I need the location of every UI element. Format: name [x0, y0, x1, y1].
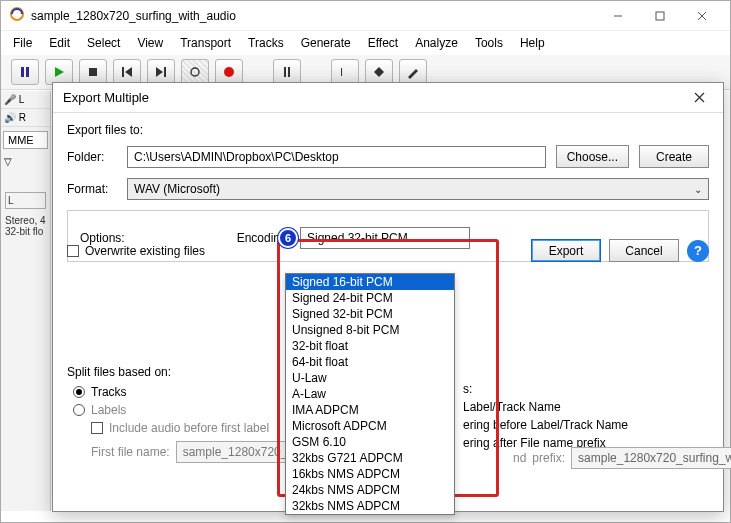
svg-marker-17	[374, 67, 384, 77]
svg-rect-15	[288, 67, 290, 77]
svg-marker-7	[55, 67, 64, 77]
menu-help[interactable]: Help	[512, 33, 553, 53]
encoding-option[interactable]: 16kbs NMS ADPCM	[286, 466, 454, 482]
track-depth: 32-bit flo	[5, 226, 46, 237]
encoding-option[interactable]: 32-bit float	[286, 338, 454, 354]
close-window-button[interactable]	[682, 4, 722, 28]
format-value: WAV (Microsoft)	[134, 182, 220, 196]
name-files-header: s:	[463, 382, 628, 396]
menubar: File Edit Select View Transport Tracks G…	[1, 31, 730, 55]
track-format: Stereo, 4	[5, 215, 46, 226]
encoding-option[interactable]: Microsoft ADPCM	[286, 418, 454, 434]
svg-text:I: I	[340, 66, 343, 78]
encoding-option[interactable]: IMA ADPCM	[286, 402, 454, 418]
format-select[interactable]: WAV (Microsoft) ⌄	[127, 178, 709, 200]
encoding-option[interactable]: Signed 24-bit PCM	[286, 290, 454, 306]
encoding-option[interactable]: Unsigned 8-bit PCM	[286, 322, 454, 338]
menu-transport[interactable]: Transport	[172, 33, 239, 53]
encoding-option[interactable]: 64-bit float	[286, 354, 454, 370]
include-audio-checkbox[interactable]	[91, 422, 103, 434]
encoding-option[interactable]: 24kbs NMS ADPCM	[286, 482, 454, 498]
encoding-option[interactable]: 32kbs NMS ADPCM	[286, 498, 454, 514]
menu-file[interactable]: File	[5, 33, 40, 53]
first-file-name-label: First file name:	[91, 445, 170, 459]
svg-rect-8	[89, 68, 97, 76]
l-indicator: L	[19, 94, 25, 105]
annotation-step-badge: 6	[278, 228, 298, 248]
l-box: L	[5, 192, 46, 209]
encoding-option[interactable]: Signed 16-bit PCM	[286, 274, 454, 290]
svg-rect-6	[26, 67, 29, 77]
name-opt-1: Label/Track Name	[463, 400, 628, 414]
window-title: sample_1280x720_surfing_with_audio	[31, 9, 236, 23]
mic-device-row[interactable]: 🎤 L	[1, 91, 50, 109]
speaker-device-row[interactable]: 🔊 R	[1, 109, 50, 127]
menu-analyze[interactable]: Analyze	[407, 33, 466, 53]
encoding-select[interactable]: Signed 32-bit PCM ⌄	[300, 227, 470, 249]
export-multiple-dialog: Export Multiple Export files to: Folder:…	[52, 82, 724, 512]
encoding-dropdown[interactable]: Signed 16-bit PCMSigned 24-bit PCMSigned…	[285, 273, 455, 515]
host-select[interactable]: MME	[3, 131, 48, 149]
chevron-down-icon: ⌄	[694, 184, 702, 195]
tracks-radio[interactable]	[73, 386, 85, 398]
svg-marker-10	[125, 67, 132, 77]
cancel-button[interactable]: Cancel	[609, 239, 679, 262]
encoding-option[interactable]: 32kbs G721 ADPCM	[286, 450, 454, 466]
export-button[interactable]: Export	[531, 239, 601, 262]
menu-view[interactable]: View	[129, 33, 171, 53]
track-info: L Stereo, 4 32-bit flo	[1, 188, 50, 241]
audacity-icon	[9, 6, 25, 25]
encoding-option[interactable]: A-Law	[286, 386, 454, 402]
svg-marker-11	[156, 67, 163, 77]
maximize-button[interactable]	[640, 4, 680, 28]
left-panel: 🎤 L 🔊 R MME ▽ L Stereo, 4 32-bit flo	[1, 91, 51, 511]
overwrite-label: Overwrite existing files	[85, 244, 205, 258]
labels-radio-label: Labels	[91, 403, 126, 417]
titlebar: sample_1280x720_surfing_with_audio	[1, 1, 730, 31]
menu-tracks[interactable]: Tracks	[240, 33, 292, 53]
prefix-input	[571, 447, 731, 469]
format-label: Format:	[67, 182, 117, 196]
svg-rect-12	[164, 67, 166, 77]
folder-input[interactable]	[127, 146, 546, 168]
menu-edit[interactable]: Edit	[41, 33, 78, 53]
encoding-option[interactable]: Signed 32-bit PCM	[286, 306, 454, 322]
menu-effect[interactable]: Effect	[360, 33, 406, 53]
menu-generate[interactable]: Generate	[293, 33, 359, 53]
tracks-radio-label: Tracks	[91, 385, 127, 399]
encoding-option[interactable]: U-Law	[286, 370, 454, 386]
dialog-title: Export Multiple	[63, 90, 149, 105]
prefix-label: prefix:	[532, 451, 565, 465]
dialog-close-button[interactable]	[685, 86, 713, 110]
encoding-value: Signed 32-bit PCM	[307, 231, 408, 245]
track-collapse-icon[interactable]: ▽	[1, 153, 50, 170]
svg-rect-2	[656, 12, 664, 20]
menu-tools[interactable]: Tools	[467, 33, 511, 53]
create-button[interactable]: Create	[639, 145, 709, 168]
folder-label: Folder:	[67, 150, 117, 164]
svg-rect-9	[122, 67, 124, 77]
labels-radio[interactable]	[73, 404, 85, 416]
nd-label: nd	[513, 451, 526, 465]
svg-point-13	[224, 67, 234, 77]
include-audio-label: Include audio before first label	[109, 421, 269, 435]
choose-button[interactable]: Choose...	[556, 145, 629, 168]
encoding-label: Encoding:	[150, 231, 290, 245]
dialog-titlebar: Export Multiple	[53, 83, 723, 113]
r-indicator: R	[19, 112, 26, 123]
chevron-down-icon: ⌄	[453, 231, 463, 245]
export-files-to-label: Export files to:	[67, 123, 709, 137]
encoding-option[interactable]: GSM 6.10	[286, 434, 454, 450]
menu-select[interactable]: Select	[79, 33, 128, 53]
name-files-options: s: Label/Track Name ering before Label/T…	[463, 378, 628, 454]
svg-rect-5	[21, 67, 24, 77]
svg-rect-14	[284, 67, 286, 77]
help-button[interactable]: ?	[687, 240, 709, 262]
overwrite-checkbox[interactable]	[67, 245, 79, 257]
options-label: Options:	[80, 231, 140, 245]
minimize-button[interactable]	[598, 4, 638, 28]
pause-button[interactable]	[11, 59, 39, 85]
name-opt-2: ering before Label/Track Name	[463, 418, 628, 432]
